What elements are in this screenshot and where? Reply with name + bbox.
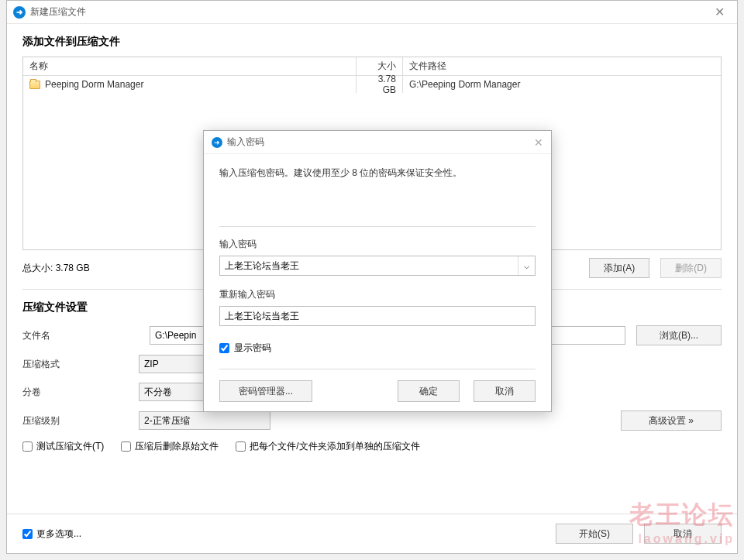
level-label: 压缩级别 xyxy=(22,414,139,428)
dialog-close-icon[interactable]: ✕ xyxy=(534,136,543,149)
folder-icon xyxy=(29,81,40,89)
password-input[interactable]: ⌵ xyxy=(219,256,536,276)
ok-button[interactable]: 确定 xyxy=(398,380,460,402)
column-name[interactable]: 名称 xyxy=(23,57,356,75)
browse-button[interactable]: 浏览(B)... xyxy=(636,325,722,345)
chevron-down-icon[interactable]: ⌵ xyxy=(518,256,535,275)
titlebar: ➜ 新建压缩文件 ✕ xyxy=(7,1,737,24)
file-path: G:\Peeping Dorm Manager xyxy=(403,76,721,93)
table-row[interactable]: Peeping Dorm Manager 3.78 GB G:\Peeping … xyxy=(23,76,721,93)
dialog-titlebar: ➜ 输入密码 ✕ xyxy=(204,131,551,154)
file-size: 3.78 GB xyxy=(356,76,403,93)
app-icon: ➜ xyxy=(13,6,26,19)
bottom-bar: 更多选项... 开始(S) 取消 xyxy=(7,514,737,553)
window-title: 新建压缩文件 xyxy=(30,5,86,19)
test-archive-checkbox[interactable]: 测试压缩文件(T) xyxy=(22,440,104,453)
format-label: 压缩格式 xyxy=(22,358,139,371)
cancel-button[interactable]: 取消 xyxy=(644,524,722,544)
start-button[interactable]: 开始(S) xyxy=(556,524,633,544)
level-select[interactable] xyxy=(139,411,270,430)
total-size-label: 总大小: 3.78 GB xyxy=(22,262,90,275)
separate-archives-checkbox[interactable]: 把每个文件/文件夹添加到单独的压缩文件 xyxy=(236,440,419,453)
close-icon[interactable]: ✕ xyxy=(708,5,731,19)
more-options-checkbox[interactable]: 更多选项... xyxy=(22,527,81,541)
add-button[interactable]: 添加(A) xyxy=(589,258,649,278)
split-label: 分卷 xyxy=(22,386,139,399)
password-hint: 输入压缩包密码。建议使用至少 8 位的密码来保证安全性。 xyxy=(219,167,536,180)
column-path[interactable]: 文件路径 xyxy=(403,57,721,75)
column-size[interactable]: 大小 xyxy=(356,57,403,75)
dialog-icon: ➜ xyxy=(212,137,222,148)
password-manager-button[interactable]: 密码管理器... xyxy=(219,380,312,402)
delete-button: 删除(D) xyxy=(660,258,722,278)
advanced-button[interactable]: 高级设置 » xyxy=(621,411,722,431)
file-name: Peeping Dorm Manager xyxy=(45,79,143,90)
show-password-checkbox[interactable]: 显示密码 xyxy=(219,342,536,355)
delete-original-checkbox[interactable]: 压缩后删除原始文件 xyxy=(121,440,219,453)
password-dialog: ➜ 输入密码 ✕ 输入压缩包密码。建议使用至少 8 位的密码来保证安全性。 输入… xyxy=(203,130,552,412)
confirm-password-label: 重新输入密码 xyxy=(219,288,536,301)
confirm-password-input[interactable] xyxy=(219,306,536,326)
section-title: 添加文件到压缩文件 xyxy=(22,35,722,49)
password-label: 输入密码 xyxy=(219,238,536,251)
dialog-cancel-button[interactable]: 取消 xyxy=(474,380,536,402)
dialog-title: 输入密码 xyxy=(227,136,264,149)
filename-label: 文件名 xyxy=(22,329,139,342)
